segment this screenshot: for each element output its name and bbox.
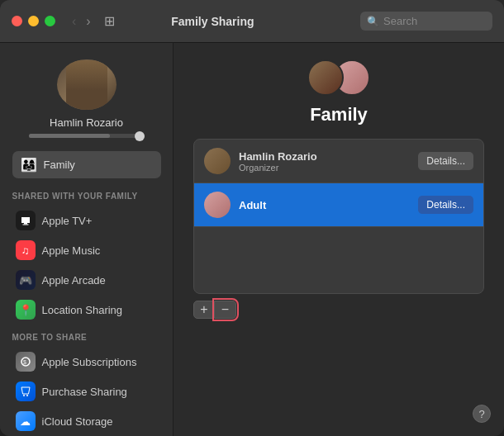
storage-fill <box>29 134 110 138</box>
svg-point-5 <box>26 395 28 396</box>
member-avatar-organizer <box>204 148 231 174</box>
appletv-label: Apple TV+ <box>42 215 93 227</box>
user-name: Hamlin Rozario <box>50 116 123 129</box>
shared-section-label: SHARED WITH YOUR FAMILY <box>12 192 161 201</box>
search-icon: 🔍 <box>367 16 379 27</box>
avatar <box>57 59 116 110</box>
storage-bar <box>29 134 145 138</box>
arcade-icon: 🎮 <box>16 270 36 290</box>
member-name-adult: Adult <box>239 199 410 211</box>
members-list: Hamlin Rozario Organizer Details... Adul… <box>193 139 484 294</box>
icloud-icon: ☁ <box>16 411 36 431</box>
sidebar-item-subscriptions[interactable]: $ Apple Subscriptions <box>12 347 161 377</box>
add-member-button[interactable]: + <box>193 301 215 319</box>
empty-rows <box>194 227 483 293</box>
remove-member-button[interactable]: − <box>215 301 236 319</box>
more-section-label: MORE TO SHARE <box>12 333 161 342</box>
list-controls: + − <box>193 301 236 319</box>
member-info-adult: Adult <box>239 199 410 211</box>
location-icon: 📍 <box>16 300 36 320</box>
svg-text:$: $ <box>23 359 26 365</box>
shared-items-list: Apple TV+ ♫ Apple Music 🎮 Apple Arcade 📍… <box>12 206 161 325</box>
appletv-icon <box>16 211 36 230</box>
sidebar-item-music[interactable]: ♫ Apple Music <box>12 235 161 265</box>
member-avatar-adult <box>204 192 231 218</box>
music-label: Apple Music <box>42 244 101 257</box>
member-row-organizer[interactable]: Hamlin Rozario Organizer Details... <box>194 140 483 183</box>
member-row-adult[interactable]: Adult Details... <box>194 183 483 227</box>
organizer-avatar <box>307 59 344 96</box>
main-content: Hamlin Rozario 👨‍👩‍👧 Family SHARED WITH … <box>0 43 504 436</box>
app-window: ‹ › ⊞ Family Sharing 🔍 Search Hamlin Roz… <box>0 0 504 436</box>
search-placeholder: Search <box>383 15 417 27</box>
purchase-label: Purchase Sharing <box>42 386 127 398</box>
fullscreen-button[interactable] <box>45 16 55 26</box>
storage-handle <box>135 131 145 141</box>
window-title: Family Sharing <box>74 15 352 28</box>
right-panel: Family Hamlin Rozario Organizer Details.… <box>174 43 504 436</box>
sidebar-item-location[interactable]: 📍 Location Sharing <box>12 295 161 325</box>
purchase-icon <box>16 382 36 401</box>
svg-rect-0 <box>24 223 27 225</box>
subscriptions-icon: $ <box>16 352 36 372</box>
details-button-organizer[interactable]: Details... <box>418 152 473 170</box>
family-avatars <box>307 59 370 96</box>
avatar-body <box>66 60 107 110</box>
search-box[interactable]: 🔍 Search <box>360 12 492 31</box>
avatar-stack <box>307 59 370 96</box>
member-role-organizer: Organizer <box>239 163 410 173</box>
sidebar-item-icloud[interactable]: ☁ iCloud Storage <box>12 406 161 436</box>
arcade-label: Apple Arcade <box>42 274 106 287</box>
family-label: Family <box>44 159 75 171</box>
sidebar-item-appletv[interactable]: Apple TV+ <box>12 206 161 235</box>
icloud-label: iCloud Storage <box>42 415 113 428</box>
svg-point-4 <box>23 395 25 396</box>
close-button[interactable] <box>12 16 22 26</box>
details-button-adult[interactable]: Details... <box>418 196 473 214</box>
minimize-button[interactable] <box>28 16 39 26</box>
member-info-organizer: Hamlin Rozario Organizer <box>239 150 410 173</box>
sidebar: Hamlin Rozario 👨‍👩‍👧 Family SHARED WITH … <box>0 43 174 436</box>
location-label: Location Sharing <box>42 304 123 316</box>
panel-title: Family <box>310 104 368 126</box>
family-icon: 👨‍👩‍👧 <box>21 157 37 173</box>
sidebar-item-arcade[interactable]: 🎮 Apple Arcade <box>12 265 161 295</box>
sidebar-item-family[interactable]: 👨‍👩‍👧 Family <box>12 151 161 178</box>
sidebar-item-purchase[interactable]: Purchase Sharing <box>12 377 161 406</box>
music-icon: ♫ <box>16 240 36 260</box>
subscriptions-label: Apple Subscriptions <box>42 356 137 368</box>
titlebar: ‹ › ⊞ Family Sharing 🔍 Search <box>0 0 504 43</box>
more-items-list: $ Apple Subscriptions Purchase Sharing ☁… <box>12 347 161 436</box>
help-button[interactable]: ? <box>473 405 491 423</box>
traffic-lights <box>12 16 55 26</box>
svg-rect-1 <box>22 225 28 225</box>
member-name-organizer: Hamlin Rozario <box>239 150 410 163</box>
